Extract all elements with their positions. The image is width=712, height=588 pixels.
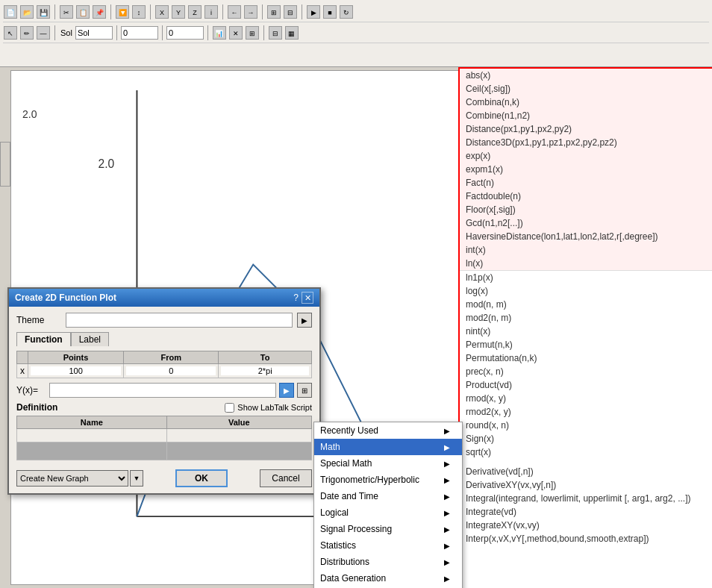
filter-icon[interactable]: 🔽 [116, 5, 129, 19]
left-icon[interactable]: ← [228, 5, 241, 19]
func-ln1p[interactable]: ln1p(x) [460, 271, 712, 284]
menu-signal-processing[interactable]: Signal Processing ▶ [314, 521, 462, 537]
copy-icon[interactable]: 📋 [76, 5, 90, 19]
new-icon[interactable]: 📄 [4, 5, 17, 19]
menu-data-generation[interactable]: Data Generation ▶ [314, 570, 462, 587]
theme-input[interactable] [66, 313, 293, 328]
expand-icon[interactable]: ⊞ [246, 26, 259, 40]
func-log[interactable]: log(x) [460, 284, 712, 298]
func-floor[interactable]: Floor(x[,sig]) [460, 203, 712, 216]
redo-icon[interactable]: ↻ [340, 5, 353, 19]
num-input2[interactable] [166, 26, 204, 40]
plot-icon[interactable]: 📊 [213, 26, 226, 40]
ok-button[interactable]: OK [175, 469, 228, 487]
cancel-button[interactable]: Cancel [260, 469, 312, 487]
z-icon[interactable]: Z [188, 5, 202, 19]
func-exp[interactable]: exp(x) [460, 149, 712, 163]
func-permut[interactable]: Permut(n,k) [460, 338, 712, 351]
save-icon[interactable]: 💾 [37, 5, 50, 19]
yx-func-button[interactable]: ▶ [279, 383, 294, 398]
tab-label[interactable]: Label [71, 332, 109, 346]
xy-table: Points From To x [16, 351, 312, 378]
func-haversine[interactable]: HaversineDistance(lon1,lat1,lon2,lat2,r[… [460, 230, 712, 243]
grid-icon[interactable]: ▦ [285, 26, 299, 40]
sort-icon[interactable]: ↕ [132, 5, 146, 19]
i-icon[interactable]: i [204, 5, 218, 19]
graph-type-select[interactable]: Create New Graph [16, 470, 128, 487]
line-icon[interactable]: — [37, 26, 50, 40]
open-icon[interactable]: 📂 [20, 5, 34, 19]
show-labtalk-row: Show LabTalk Script [225, 403, 312, 413]
func-distance[interactable]: Distance(px1,py1,px2,py2) [460, 122, 712, 136]
func-rmod2[interactable]: rmod2(x, y) [460, 405, 712, 419]
sep4 [222, 4, 223, 19]
func-abs[interactable]: abs(x) [460, 69, 712, 82]
menu-recently-used[interactable]: Recently Used ▶ [314, 422, 462, 439]
func-derivative[interactable]: Derivative(vd[,n]) [460, 465, 712, 478]
func-sqrt[interactable]: sqrt(x) [460, 445, 712, 459]
func-nint[interactable]: nint(x) [460, 325, 712, 338]
func-rmod[interactable]: rmod(x, y) [460, 392, 712, 405]
dropdown-arrow-button[interactable]: ▼ [130, 470, 143, 487]
menu-math[interactable]: Math ▶ [314, 439, 462, 455]
menu-recently-used-label: Recently Used [320, 425, 378, 436]
dialog-close-button[interactable]: ✕ [302, 292, 313, 304]
yx-extra-button[interactable]: ⊞ [297, 383, 312, 398]
menu-date-time[interactable]: Date and Time ▶ [314, 488, 462, 504]
play-icon[interactable]: ▶ [307, 5, 320, 19]
func-prec[interactable]: prec(x, n) [460, 365, 712, 378]
right-icon[interactable]: → [244, 5, 257, 19]
to-cell[interactable] [219, 364, 312, 378]
func-expm1[interactable]: expm1(x) [460, 163, 712, 176]
func-gcd[interactable]: Gcd(n1,n2[...]) [460, 216, 712, 230]
dialog-help-button[interactable]: ? [293, 293, 299, 303]
func-derivativexy[interactable]: DerivativeXY(vx,vy[,n]) [460, 478, 712, 492]
func-distance3d[interactable]: Distance3D(px1,py1,pz1,px2,py2,pz2) [460, 136, 712, 149]
func-ceil[interactable]: Ceil(x[,sig]) [460, 82, 712, 96]
menu-logical[interactable]: Logical ▶ [314, 504, 462, 521]
func-int[interactable]: int(x) [460, 243, 712, 257]
func-combine-n1n2[interactable]: Combine(n1,n2) [460, 109, 712, 122]
theme-arrow-button[interactable]: ▶ [297, 313, 312, 328]
x-icon[interactable]: X [155, 5, 169, 19]
paste-icon[interactable]: 📌 [93, 5, 106, 19]
func-integral[interactable]: Integral(integrand, lowerlimit, upperlim… [460, 492, 712, 505]
def-table: Name Value [16, 416, 312, 460]
func-fact[interactable]: Fact(n) [460, 176, 712, 190]
show-labtalk-checkbox[interactable] [225, 403, 234, 413]
func-combina[interactable]: Combina(n,k) [460, 96, 712, 109]
func-ln[interactable]: ln(x) [460, 257, 712, 270]
stop-icon[interactable]: ■ [323, 5, 337, 19]
func-integratexy[interactable]: IntegrateXY(vx,vy) [460, 519, 712, 532]
func-product[interactable]: Product(vd) [460, 378, 712, 392]
num-input1[interactable] [121, 26, 158, 40]
sol-input[interactable] [75, 26, 113, 40]
menu-trig-hyperbolic[interactable]: Trigonometric/Hyperbolic ▶ [314, 472, 462, 488]
menu-distributions[interactable]: Distributions ▶ [314, 554, 462, 570]
draw-icon[interactable]: ✏ [20, 26, 34, 40]
pointer-icon[interactable]: ↖ [4, 26, 17, 40]
func-round[interactable]: round(x, n) [460, 419, 712, 432]
menu-statistics[interactable]: Statistics ▶ [314, 537, 462, 554]
arrange-icon[interactable]: ⊟ [269, 26, 282, 40]
points-cell[interactable] [28, 364, 124, 378]
func-permutationa[interactable]: Permutationa(n,k) [460, 351, 712, 365]
menu-trig-label: Trigonometric/Hyperbolic [320, 475, 419, 485]
func-mod2-nm[interactable]: mod2(n, m) [460, 311, 712, 325]
cut-icon[interactable]: ✂ [60, 5, 73, 19]
func-interp[interactable]: Interp(x,vX,vY[,method,bound,smooth,extr… [460, 532, 712, 545]
yx-input[interactable] [49, 383, 276, 398]
func-integrate[interactable]: Integrate(vd) [460, 505, 712, 519]
menu-special-math[interactable]: Special Math ▶ [314, 455, 462, 472]
delete-icon[interactable]: ⊟ [284, 5, 297, 19]
tab-function[interactable]: Function [16, 332, 71, 346]
close2-icon[interactable]: ✕ [229, 26, 243, 40]
func-sign[interactable]: Sign(x) [460, 432, 712, 445]
left-tab[interactable] [0, 142, 10, 187]
insert-icon[interactable]: ⊞ [267, 5, 281, 19]
date-time-arrow: ▶ [444, 492, 450, 501]
y-icon[interactable]: Y [172, 5, 185, 19]
func-mod-nm[interactable]: mod(n, m) [460, 298, 712, 311]
from-cell[interactable] [124, 364, 219, 378]
func-factdouble[interactable]: Factdouble(n) [460, 190, 712, 203]
